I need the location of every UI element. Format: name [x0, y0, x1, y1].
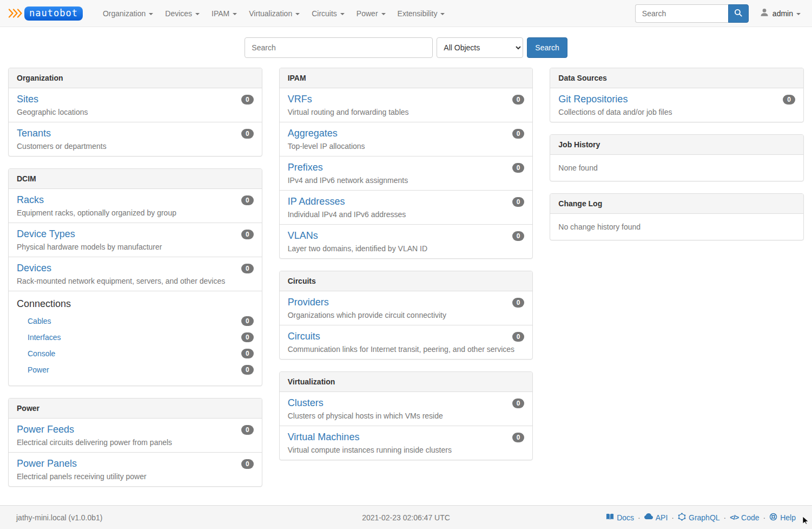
nav-label: Circuits: [312, 9, 337, 18]
panel-data-sources-title: Data Sources: [550, 68, 803, 88]
devices-description: Rack-mounted network equipment, servers,…: [17, 277, 254, 285]
column-middle: IPAM VRFs 0 Virtual routing and forwardi…: [279, 68, 533, 472]
aggregates-link[interactable]: Aggregates: [288, 128, 338, 139]
navbar-search-button[interactable]: [728, 4, 749, 23]
global-search-input[interactable]: [245, 37, 433, 58]
power-feeds-count-badge: 0: [241, 425, 254, 435]
devices-link[interactable]: Devices: [17, 263, 51, 274]
nautobot-logo[interactable]: nautobot: [8, 6, 83, 21]
circuits-count-badge: 0: [512, 332, 525, 342]
panel-item-power-feeds: Power Feeds 0 Electrical circuits delive…: [9, 419, 262, 452]
ip-addresses-count-badge: 0: [512, 197, 525, 207]
interfaces-link[interactable]: Interfaces: [28, 333, 61, 342]
device-types-link[interactable]: Device Types: [17, 228, 75, 240]
tenants-description: Customers or departments: [17, 142, 254, 151]
code-link[interactable]: </> Code: [730, 513, 759, 522]
vlans-link[interactable]: VLANs: [288, 230, 318, 241]
console-count-badge: 0: [241, 349, 254, 358]
nav-label: Virtualization: [249, 9, 292, 18]
footer-links: Docs · API · GraphQL ·: [606, 512, 796, 523]
graphql-link[interactable]: GraphQL: [678, 513, 720, 523]
circuits-link[interactable]: Circuits: [288, 331, 320, 342]
power-connections-count-badge: 0: [241, 365, 254, 375]
console-link[interactable]: Console: [28, 349, 55, 358]
home-dashboard: Organization Sites 0 Geographic location…: [0, 68, 812, 499]
power-panels-link[interactable]: Power Panels: [17, 458, 77, 469]
docs-link[interactable]: Docs: [606, 513, 634, 523]
nav-label: Extensibility: [398, 9, 438, 18]
mouse-cursor: [802, 517, 809, 526]
chevron-down-icon: [195, 13, 200, 15]
footer-separator: ·: [763, 513, 766, 522]
cloud-icon: [644, 512, 653, 523]
nav-item-organization[interactable]: Organization: [97, 1, 159, 26]
racks-description: Equipment racks, optionally organized by…: [17, 208, 254, 217]
api-link[interactable]: API: [644, 512, 668, 523]
panel-item-clusters: Clusters 0 Clusters of physical hosts in…: [280, 392, 533, 426]
nav-label: Power: [357, 9, 378, 18]
nav-item-devices[interactable]: Devices: [159, 1, 206, 26]
panel-virtualization-title: Virtualization: [280, 372, 533, 392]
global-search-button[interactable]: Search: [527, 37, 567, 58]
sites-description: Geographic locations: [17, 108, 254, 116]
footer-timestamp: 2021-02-23 02:06:47 UTC: [362, 513, 450, 522]
search-scope-select[interactable]: All Objects: [437, 37, 523, 58]
job-history-empty-text: None found: [550, 155, 803, 181]
panel-virtualization: Virtualization Clusters 0 Clusters of ph…: [279, 371, 533, 460]
panel-organization: Organization Sites 0 Geographic location…: [8, 68, 262, 156]
panel-ipam-title: IPAM: [280, 68, 533, 88]
providers-link[interactable]: Providers: [288, 297, 329, 308]
panel-item-racks: Racks 0 Equipment racks, optionally orga…: [9, 189, 262, 223]
clusters-link[interactable]: Clusters: [288, 397, 324, 409]
ip-addresses-description: Individual IPv4 and IPv6 addresses: [288, 210, 525, 219]
sites-count-badge: 0: [241, 95, 254, 105]
chevron-down-icon: [381, 13, 386, 15]
search-icon: [734, 9, 742, 18]
user-menu[interactable]: admin: [760, 8, 804, 19]
prefixes-count-badge: 0: [512, 163, 525, 173]
vrfs-link[interactable]: VRFs: [288, 94, 312, 105]
nav-item-power[interactable]: Power: [351, 1, 392, 26]
nav-item-extensibility[interactable]: Extensibility: [392, 1, 451, 26]
logo-wordmark: nautobot: [24, 6, 83, 21]
chevron-down-icon: [440, 13, 445, 15]
virtual-machines-count-badge: 0: [512, 433, 525, 442]
device-types-description: Physical hardware models by manufacturer: [17, 243, 254, 251]
nav-item-circuits[interactable]: Circuits: [306, 1, 351, 26]
nav-item-ipam[interactable]: IPAM: [206, 1, 243, 26]
help-link[interactable]: Help: [769, 513, 796, 523]
nav-label: Devices: [165, 9, 192, 18]
panel-organization-title: Organization: [9, 68, 262, 88]
power-panels-count-badge: 0: [241, 459, 254, 469]
book-icon: [606, 513, 614, 523]
code-icon: </>: [730, 513, 738, 521]
panel-item-power-panels: Power Panels 0 Electrical panels receivi…: [9, 452, 262, 486]
ip-addresses-link[interactable]: IP Addresses: [288, 196, 345, 207]
panel-item-circuits: Circuits 0 Communication links for Inter…: [280, 325, 533, 359]
tenants-link[interactable]: Tenants: [17, 128, 51, 139]
git-repositories-link[interactable]: Git Repositories: [558, 94, 628, 105]
panel-item-aggregates: Aggregates 0 Top-level IP allocations: [280, 122, 533, 156]
footer-separator: ·: [638, 513, 641, 522]
panel-item-vlans: VLANs 0 Layer two domains, identified by…: [280, 224, 533, 258]
vrfs-description: Virtual routing and forwarding tables: [288, 108, 525, 116]
nav-item-virtualization[interactable]: Virtualization: [243, 1, 306, 26]
column-right: Data Sources Git Repositories 0 Collecti…: [550, 68, 804, 252]
navbar-right: admin: [635, 4, 804, 23]
panel-circuits-title: Circuits: [280, 271, 533, 291]
racks-link[interactable]: Racks: [17, 194, 44, 206]
power-connections-link[interactable]: Power: [28, 365, 49, 374]
power-feeds-description: Electrical circuits delivering power fro…: [17, 438, 254, 447]
prefixes-link[interactable]: Prefixes: [288, 162, 323, 173]
power-feeds-link[interactable]: Power Feeds: [17, 424, 74, 435]
connections-row-console: Console 0: [17, 345, 254, 362]
navbar-search-input[interactable]: [635, 4, 728, 23]
panel-power-title: Power: [9, 399, 262, 419]
chevron-down-icon: [149, 13, 153, 15]
prefixes-description: IPv4 and IPv6 network assignments: [288, 176, 525, 185]
cables-link[interactable]: Cables: [28, 317, 51, 325]
sites-link[interactable]: Sites: [17, 94, 38, 105]
virtual-machines-link[interactable]: Virtual Machines: [288, 432, 360, 443]
clusters-description: Clusters of physical hosts in which VMs …: [288, 412, 525, 420]
change-log-empty-text: No change history found: [550, 214, 803, 240]
